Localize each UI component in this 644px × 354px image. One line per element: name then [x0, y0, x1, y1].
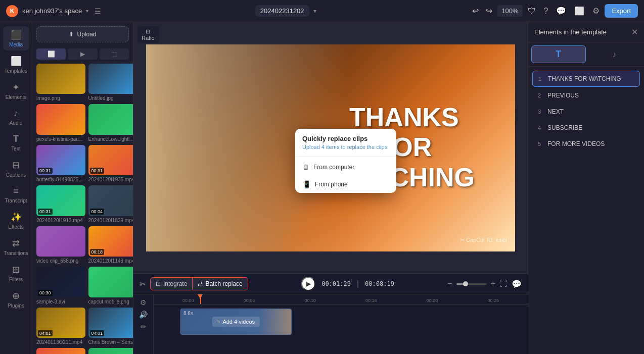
timeline-playhead[interactable] [200, 294, 201, 304]
media-item-9[interactable]: 00:1820240120I1149.mp4 [88, 226, 133, 264]
project-arrow[interactable]: ▾ [313, 8, 316, 15]
sidebar-item-text[interactable]: T Text [3, 131, 29, 155]
right-panel-title: Elements in the template [534, 28, 607, 36]
track-settings-icon[interactable]: ⚙ [140, 298, 147, 307]
text-icon: T [13, 134, 19, 144]
batch-replace-icon: ⇄ [198, 280, 203, 287]
add-videos-button[interactable]: + Add 4 videos [212, 317, 260, 327]
sidebar-item-label: Text [11, 146, 20, 151]
main-layout: ⬛ Media ⬜ Templates ✦ Elements ♪ Audio T… [0, 22, 644, 354]
upload-label: Upload [77, 31, 96, 38]
element-num-3: 4 [535, 125, 543, 131]
element-text-2: NEXT [547, 108, 564, 115]
media-item-13[interactable]: 04:01Chris Brown – Sens... [88, 308, 133, 345]
media-duration-10: 00:30 [38, 290, 53, 296]
sidebar-item-audio[interactable]: ♪ Audio [3, 105, 29, 129]
media-item-11[interactable]: capcut mobile.png [88, 267, 133, 304]
element-row-3[interactable]: 4SUBSCRIBE [532, 120, 640, 135]
media-item-8[interactable]: video clip_658.png [36, 226, 85, 264]
fullscreen-button[interactable]: ⛶ [499, 279, 508, 288]
sidebar-item-plugins[interactable]: ⊕ Plugins [3, 287, 29, 312]
zoom-out-button[interactable]: − [447, 279, 452, 288]
media-duration-13: 04:01 [90, 330, 105, 336]
element-row-2[interactable]: 3NEXT [532, 104, 640, 119]
canvas-container: ⊡ Ratio THANKSFORWATCHING ✂ CapCut ID: k… [133, 22, 528, 273]
view-image-btn[interactable]: ⬜ [36, 48, 66, 60]
media-item-6[interactable]: 00:3120240120I1913.mp4 [36, 185, 85, 223]
sidebar-item-transcript[interactable]: ≡ Transcript [3, 183, 29, 207]
undo-button[interactable]: ↩ [470, 4, 481, 18]
timeline-ruler: 00:00 00:05 00:10 00:15 00:20 00:25 [154, 294, 528, 305]
media-grid: image.pngUntitled.jpgpexels-kristina-pau… [32, 62, 133, 354]
integrate-button[interactable]: ⊡ Integrate [151, 278, 192, 290]
ruler-mark-3: 00:15 [341, 298, 402, 303]
media-name-1: Untitled.jpg [88, 95, 133, 101]
project-name[interactable]: 202402231202 [255, 5, 309, 17]
sidebar-item-label: Transitions [4, 250, 28, 256]
from-computer-item[interactable]: 🖥 From computer [295, 158, 396, 175]
media-item-5[interactable]: 00:3120240120I1935.mp4 [88, 145, 133, 182]
from-phone-item[interactable]: 📱 From phone [295, 175, 396, 192]
view-audio-btn[interactable]: ⬚ [100, 48, 129, 60]
element-num-4: 5 [535, 141, 543, 147]
ratio-button[interactable]: ⊡ Ratio [137, 26, 159, 43]
right-panel-header: Elements in the template ✕ [528, 22, 644, 42]
view-video-btn[interactable]: ▶ [68, 48, 97, 60]
export-button[interactable]: Export [605, 4, 638, 18]
layout-icon[interactable]: ⬜ [572, 4, 586, 18]
batch-replace-label: Batch replace [205, 280, 242, 287]
media-item-12[interactable]: 04:0120240113O211.mp4 [36, 308, 85, 345]
media-item-4[interactable]: 00:31butterfly-84498825... [36, 145, 85, 182]
media-name-6: 20240120I1913.mp4 [36, 218, 85, 223]
element-text-4: FOR MORE VIDEOS [547, 140, 605, 147]
media-item-15[interactable]: 00:44SoundsCrate-jungl... [88, 348, 133, 354]
element-row-0[interactable]: 1THANKS FOR WATCHING [532, 71, 640, 87]
video-track[interactable]: 8.6s + Add 4 videos [180, 309, 292, 335]
sidebar-item-media[interactable]: ⬛ Media [3, 26, 29, 50]
workspace-arrow: ▾ [86, 8, 88, 14]
sidebar-item-effects[interactable]: ✨ Effects [3, 209, 29, 233]
play-button[interactable]: ▶ [301, 277, 315, 291]
media-item-3[interactable]: EnhanceLowLightl... [88, 104, 133, 141]
media-thumb-7: 00:04 [88, 185, 133, 216]
sidebar-item-templates[interactable]: ⬜ Templates [3, 53, 29, 77]
volume-icon[interactable]: 🔊 [139, 311, 148, 319]
zoom-display[interactable]: 100% [497, 5, 522, 17]
shield-icon[interactable]: 🛡 [526, 5, 538, 18]
media-item-7[interactable]: 00:0420240120I1839.mp4 [88, 185, 133, 223]
edit-icon[interactable]: ✏ [141, 323, 147, 331]
settings-icon[interactable]: ⚙ [590, 4, 602, 18]
media-thumb-4: 00:31 [36, 145, 85, 175]
media-item-10[interactable]: 00:30sample-3.avi [36, 267, 85, 304]
scissors-icon[interactable]: ✂ [140, 279, 146, 289]
popup-title: Quickly replace clips [302, 134, 389, 142]
chat-button[interactable]: 💬 [512, 279, 522, 289]
redo-button[interactable]: ↪ [484, 4, 494, 18]
media-item-0[interactable]: image.png [36, 64, 85, 101]
zoom-slider-thumb[interactable] [463, 281, 468, 286]
nav-text-button[interactable]: T [531, 45, 586, 63]
nav-music-button[interactable]: ♪ [588, 45, 641, 63]
media-item-14[interactable]: 00:30file_example_AVI_1... [36, 348, 85, 354]
menu-icon[interactable]: ☰ [95, 7, 101, 15]
upload-icon: ⬆ [69, 31, 74, 38]
sidebar-item-label: Audio [10, 120, 23, 126]
feedback-icon[interactable]: 💬 [554, 4, 568, 18]
sidebar-item-captions[interactable]: ⊟ Captions [3, 157, 29, 181]
batch-replace-button[interactable]: ⇄ Batch replace [192, 278, 247, 290]
media-item-2[interactable]: pexels-kristina-pau... [36, 104, 85, 141]
sidebar-item-elements[interactable]: ✦ Elements [3, 79, 29, 103]
upload-button[interactable]: ⬆ Upload [36, 26, 129, 42]
element-row-4[interactable]: 5FOR MORE VIDEOS [532, 136, 640, 151]
popup-overlay: Quickly replace clips Upload 4 items to … [295, 128, 396, 192]
element-num-2: 3 [535, 109, 543, 115]
sidebar-item-transitions[interactable]: ⇄ Transitions [3, 235, 29, 259]
zoom-in-button[interactable]: + [491, 279, 495, 288]
total-time: 00:08:19 [365, 280, 394, 287]
element-row-1[interactable]: 2PREVIOUS [532, 88, 640, 103]
media-item-1[interactable]: Untitled.jpg [88, 64, 133, 101]
help-icon[interactable]: ? [542, 5, 550, 18]
sidebar-item-filters[interactable]: ⊞ Filters [3, 261, 29, 285]
right-panel-close-button[interactable]: ✕ [631, 27, 638, 37]
ruler-marks: 00:00 00:05 00:10 00:15 00:20 00:25 [154, 298, 528, 303]
